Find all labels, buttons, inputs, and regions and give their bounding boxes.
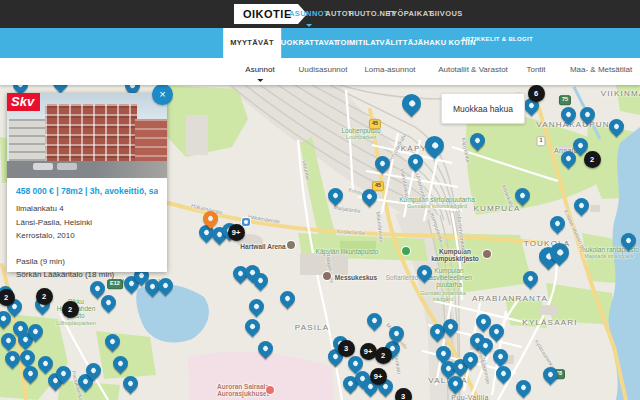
listing-card: Skv × 458 000 € | 78m2 | 3h, avokeittiö,… [7, 93, 167, 272]
cluster-marker[interactable]: 3 [395, 388, 412, 400]
cluster-marker[interactable]: 2 [375, 347, 392, 364]
listing-address: Ilmalankatu 4 [16, 202, 158, 216]
transit-station-icon [242, 218, 250, 226]
district-label: PASILA [295, 323, 330, 332]
poi-label: Aurorasjukhuset [217, 390, 269, 397]
photo-car [33, 163, 53, 170]
listing-transit-2: Sörkän Lääkäritalo (18 min) [16, 268, 158, 282]
tab-artikkelit-blogit[interactable]: ARTIKKELIT & BLOGIT [454, 24, 540, 54]
active-caret-icon [306, 24, 312, 27]
topnav-item-ty-paikat[interactable]: TYÖPAIKAT [387, 0, 433, 28]
poi-label: Hartwall Arena [240, 243, 285, 250]
agency-logo: Skv [7, 93, 40, 111]
topnav-item-siivous[interactable]: SIIVOUS [429, 0, 462, 28]
park-label: Lillhoplaxparken [56, 320, 96, 326]
cluster-marker[interactable]: 3 [338, 340, 355, 357]
poi-label: Messukeskus [335, 274, 377, 281]
hospital-icon [266, 386, 274, 394]
listing-transit-1: Pasila (9 min) [16, 255, 158, 269]
subnav-item-uudisasunnot[interactable]: Uudisasunnot [299, 58, 348, 85]
subnav-item-asunnot[interactable]: Asunnot [245, 58, 274, 85]
district-label: VIIKINMÄKI [601, 89, 640, 98]
route-badge: 45 [369, 119, 381, 129]
park-label: Gumtäkts koloniträdgård [407, 203, 467, 209]
subnav-item-loma-asunnot[interactable]: Loma-asunnot [364, 58, 415, 85]
photo-building-left [9, 119, 45, 161]
photo-building-right [135, 119, 167, 165]
subnav-item-tontit[interactable]: Tontit [526, 58, 545, 85]
sub-navigation-bar: AsunnotUudisasunnotLoma-asunnotAutotalli… [0, 58, 640, 85]
park-label: Louhiparken [346, 134, 376, 140]
district-label: ARABIANRANTA [472, 294, 548, 303]
top-navigation-bar: OIKOTIE ASUNNOTAUTOTHUUTO.NETTYÖPAIKATSI… [0, 0, 640, 28]
category-tab-bar: MYYTÄVÄTVUOKRATTAVATTOIMITILATVÄLITTÄJÄH… [0, 28, 640, 58]
listing-details: 458 000 € | 78m2 | 3h, avokeittiö, sau..… [7, 178, 167, 282]
cluster-marker[interactable]: 2 [62, 301, 79, 318]
poi-label: kampuskirjasto [431, 255, 479, 262]
active-caret-icon [257, 79, 263, 82]
topnav-item-asunnot[interactable]: ASUNNOT [289, 0, 329, 28]
district-label: Puu-Vallila [451, 394, 488, 400]
route-badge: 75 [559, 95, 571, 105]
cluster-marker[interactable]: 2 [36, 288, 53, 305]
subnav-item-maa-mets-tilat[interactable]: Maa- & Metsätilat [570, 58, 632, 85]
close-icon[interactable]: × [152, 85, 173, 105]
poi-label: Sofianlehto [386, 274, 419, 281]
park-label: trädgård [433, 296, 454, 302]
oikotie-map-search-page: OIKOTIE ASUNNOTAUTOTHUUTO.NETTYÖPAIKATSI… [0, 0, 640, 400]
edit-search-button[interactable]: Muokkaa hakua [441, 93, 525, 124]
park-label: Kumpulan [434, 267, 463, 274]
park-label: kasvitieteellinen [426, 274, 472, 281]
park-label: puutarha [436, 281, 462, 288]
photo-car [57, 163, 77, 170]
cluster-marker[interactable]: 2 [584, 151, 601, 168]
cluster-marker[interactable]: 2 [0, 289, 15, 306]
cluster-marker[interactable]: 9+ [360, 343, 377, 360]
photo-building [45, 104, 137, 164]
sports-park-icon [402, 247, 410, 255]
listing-type-year: Kerrostalo, 2010 [16, 229, 158, 243]
route-badge: 1 [536, 136, 545, 146]
district-label: KYLÄSAARI [522, 318, 577, 327]
cluster-marker[interactable]: 6 [528, 85, 545, 102]
poi-label: Auroran Sairaala [217, 383, 269, 390]
listing-title-link[interactable]: 458 000 € | 78m2 | 3h, avokeittiö, sau..… [16, 186, 158, 196]
library-icon [483, 250, 491, 258]
cluster-marker[interactable]: 9+ [370, 368, 387, 385]
expo-center-icon [323, 272, 331, 280]
district-label: VANHAKAUPUNKI [536, 120, 619, 129]
listing-area: Länsi-Pasila, Helsinki [16, 216, 158, 230]
subnav-item-autotallit-varastot[interactable]: Autotallit & Varastot [438, 58, 508, 85]
map-canvas[interactable]: KÄPYLÄVANHAKAUPUNKIVIIKINMÄKIKUMPULATOUK… [0, 85, 640, 400]
cluster-marker[interactable]: 9+ [228, 224, 245, 241]
listing-photo[interactable]: Skv [7, 93, 167, 178]
arena-icon [287, 241, 295, 249]
photo-road [7, 161, 167, 178]
park-label: Majstads strandpark [584, 253, 634, 259]
